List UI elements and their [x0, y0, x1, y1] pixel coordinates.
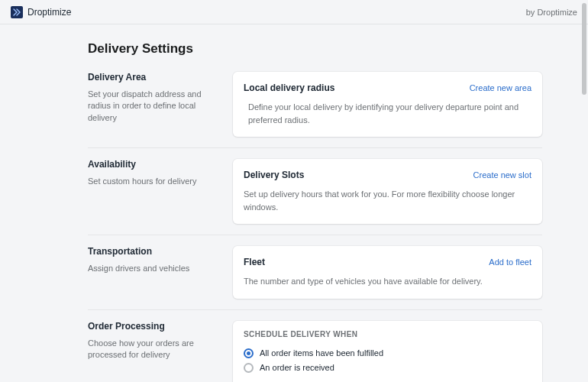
radio-label: All order items have been fulfilled: [260, 348, 383, 358]
card-fleet: Fleet Add to fleet The number and type o…: [233, 246, 542, 299]
card-local-delivery-radius: Local delivery radius Create new area De…: [233, 72, 542, 137]
card-title: Delivery Slots: [244, 170, 304, 180]
card-schedule-delivery: SCHEDULE DELIVERY WHEN All order items h…: [233, 321, 542, 383]
section-heading: Order Processing: [88, 321, 218, 332]
section-desc: Set your dispatch address and radius in …: [88, 89, 218, 124]
card-title: Local delivery radius: [244, 83, 334, 93]
section-heading: Availability: [88, 159, 218, 170]
section-desc: Choose how your orders are processed for…: [88, 338, 218, 361]
section-desc: Set custom hours for delivery: [88, 176, 218, 187]
radio-icon: [244, 348, 254, 358]
card-delivery-slots: Delivery Slots Create new slot Set up de…: [233, 159, 542, 224]
radio-group-schedule: All order items have been fulfilled An o…: [244, 346, 531, 375]
section-delivery-area: Delivery Area Set your dispatch address …: [88, 72, 542, 147]
scrollbar[interactable]: [582, 3, 586, 95]
section-availability: Availability Set custom hours for delive…: [88, 147, 542, 235]
brand-logo-icon: [11, 6, 23, 18]
page-content: Delivery Settings Delivery Area Set your…: [0, 24, 588, 382]
create-new-area-link[interactable]: Create new area: [470, 83, 531, 92]
section-heading: Delivery Area: [88, 72, 218, 83]
card-body-text: The number and type of vehicles you have…: [244, 275, 531, 288]
radio-option-order-received[interactable]: An order is received: [244, 361, 531, 375]
card-body-text: Set up delivery hours that work for you.…: [244, 188, 531, 213]
top-bar: Droptimize by Droptimize: [0, 0, 588, 24]
section-order-processing: Order Processing Choose how your orders …: [88, 309, 542, 383]
card-title: Fleet: [244, 257, 265, 267]
brand: Droptimize: [11, 6, 71, 18]
brand-name: Droptimize: [27, 7, 71, 18]
radio-label: An order is received: [260, 363, 334, 372]
radio-option-all-fulfilled[interactable]: All order items have been fulfilled: [244, 346, 531, 361]
page-title: Delivery Settings: [88, 41, 542, 57]
radio-icon: [244, 363, 254, 373]
section-desc: Assign drivers and vehicles: [88, 263, 218, 274]
add-to-fleet-link[interactable]: Add to fleet: [489, 257, 531, 267]
card-subheading: SCHEDULE DELIVERY WHEN: [244, 330, 531, 338]
create-new-slot-link[interactable]: Create new slot: [473, 170, 531, 180]
byline: by Droptimize: [526, 8, 577, 17]
section-heading: Transportation: [88, 246, 218, 257]
section-transportation: Transportation Assign drivers and vehicl…: [88, 235, 542, 309]
card-body-text: Define your local delivery by identifyin…: [244, 101, 531, 126]
